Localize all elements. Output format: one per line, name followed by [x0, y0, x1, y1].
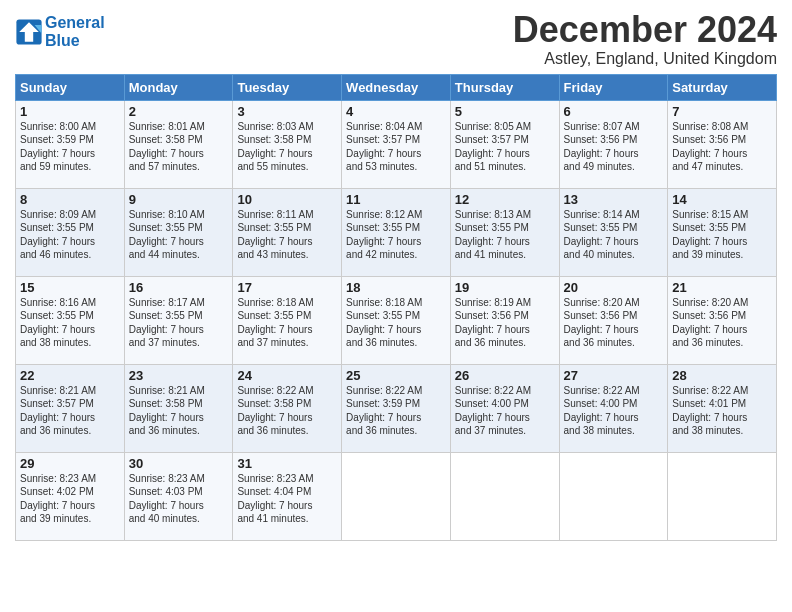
- table-row: 8Sunrise: 8:09 AMSunset: 3:55 PMDaylight…: [16, 188, 125, 276]
- title-block: December 2024 Astley, England, United Ki…: [513, 10, 777, 68]
- table-row: 22Sunrise: 8:21 AMSunset: 3:57 PMDayligh…: [16, 364, 125, 452]
- col-monday: Monday: [124, 74, 233, 100]
- table-row: 19Sunrise: 8:19 AMSunset: 3:56 PMDayligh…: [450, 276, 559, 364]
- logo: General Blue: [15, 14, 105, 49]
- table-row: 25Sunrise: 8:22 AMSunset: 3:59 PMDayligh…: [342, 364, 451, 452]
- table-row: [559, 452, 668, 540]
- table-row: 7Sunrise: 8:08 AMSunset: 3:56 PMDaylight…: [668, 100, 777, 188]
- col-tuesday: Tuesday: [233, 74, 342, 100]
- table-row: 3Sunrise: 8:03 AMSunset: 3:58 PMDaylight…: [233, 100, 342, 188]
- table-row: 12Sunrise: 8:13 AMSunset: 3:55 PMDayligh…: [450, 188, 559, 276]
- table-row: 4Sunrise: 8:04 AMSunset: 3:57 PMDaylight…: [342, 100, 451, 188]
- logo-icon: [15, 18, 43, 46]
- table-row: 16Sunrise: 8:17 AMSunset: 3:55 PMDayligh…: [124, 276, 233, 364]
- header-row: Sunday Monday Tuesday Wednesday Thursday…: [16, 74, 777, 100]
- table-row: 6Sunrise: 8:07 AMSunset: 3:56 PMDaylight…: [559, 100, 668, 188]
- table-row: 26Sunrise: 8:22 AMSunset: 4:00 PMDayligh…: [450, 364, 559, 452]
- table-row: 5Sunrise: 8:05 AMSunset: 3:57 PMDaylight…: [450, 100, 559, 188]
- header: General Blue December 2024 Astley, Engla…: [15, 10, 777, 68]
- col-thursday: Thursday: [450, 74, 559, 100]
- table-row: 15Sunrise: 8:16 AMSunset: 3:55 PMDayligh…: [16, 276, 125, 364]
- table-row: 27Sunrise: 8:22 AMSunset: 4:00 PMDayligh…: [559, 364, 668, 452]
- table-row: [450, 452, 559, 540]
- table-row: 10Sunrise: 8:11 AMSunset: 3:55 PMDayligh…: [233, 188, 342, 276]
- table-row: 31Sunrise: 8:23 AMSunset: 4:04 PMDayligh…: [233, 452, 342, 540]
- logo-text: General Blue: [45, 14, 105, 49]
- table-row: 23Sunrise: 8:21 AMSunset: 3:58 PMDayligh…: [124, 364, 233, 452]
- table-row: 17Sunrise: 8:18 AMSunset: 3:55 PMDayligh…: [233, 276, 342, 364]
- table-row: 28Sunrise: 8:22 AMSunset: 4:01 PMDayligh…: [668, 364, 777, 452]
- table-row: 11Sunrise: 8:12 AMSunset: 3:55 PMDayligh…: [342, 188, 451, 276]
- table-row: 9Sunrise: 8:10 AMSunset: 3:55 PMDaylight…: [124, 188, 233, 276]
- table-row: [342, 452, 451, 540]
- table-row: 24Sunrise: 8:22 AMSunset: 3:58 PMDayligh…: [233, 364, 342, 452]
- table-row: 14Sunrise: 8:15 AMSunset: 3:55 PMDayligh…: [668, 188, 777, 276]
- table-row: 29Sunrise: 8:23 AMSunset: 4:02 PMDayligh…: [16, 452, 125, 540]
- table-row: 18Sunrise: 8:18 AMSunset: 3:55 PMDayligh…: [342, 276, 451, 364]
- location-subtitle: Astley, England, United Kingdom: [513, 50, 777, 68]
- page-container: General Blue December 2024 Astley, Engla…: [0, 0, 792, 546]
- calendar-table: Sunday Monday Tuesday Wednesday Thursday…: [15, 74, 777, 541]
- table-row: 13Sunrise: 8:14 AMSunset: 3:55 PMDayligh…: [559, 188, 668, 276]
- table-row: 30Sunrise: 8:23 AMSunset: 4:03 PMDayligh…: [124, 452, 233, 540]
- table-row: 2Sunrise: 8:01 AMSunset: 3:58 PMDaylight…: [124, 100, 233, 188]
- col-saturday: Saturday: [668, 74, 777, 100]
- table-row: 1Sunrise: 8:00 AMSunset: 3:59 PMDaylight…: [16, 100, 125, 188]
- table-row: 21Sunrise: 8:20 AMSunset: 3:56 PMDayligh…: [668, 276, 777, 364]
- month-title: December 2024: [513, 10, 777, 50]
- col-wednesday: Wednesday: [342, 74, 451, 100]
- col-friday: Friday: [559, 74, 668, 100]
- table-row: [668, 452, 777, 540]
- table-row: 20Sunrise: 8:20 AMSunset: 3:56 PMDayligh…: [559, 276, 668, 364]
- col-sunday: Sunday: [16, 74, 125, 100]
